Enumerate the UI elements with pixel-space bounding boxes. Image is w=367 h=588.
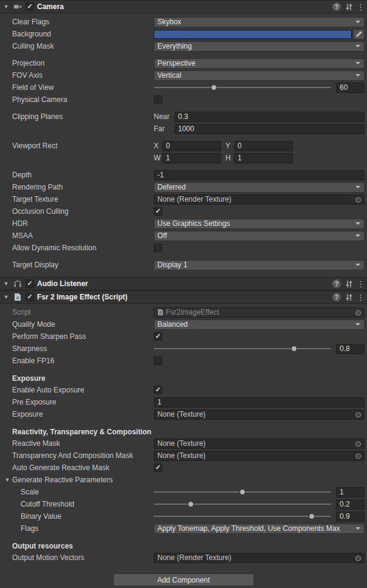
kebab-menu-icon[interactable]: ⋮: [357, 2, 363, 12]
pre-exposure-input[interactable]: 1: [154, 397, 365, 408]
sharpness-slider[interactable]: [154, 344, 331, 354]
viewport-y-input[interactable]: 0: [234, 141, 293, 151]
rendering-path-dropdown[interactable]: Deferred: [154, 182, 365, 193]
camera-component-header[interactable]: ▼ Camera ? ⋮: [0, 0, 367, 13]
row-occlusion-culling: Occlusion Culling: [0, 205, 367, 217]
fsr2-enabled-checkbox[interactable]: [26, 293, 34, 301]
slider-thumb[interactable]: [291, 346, 297, 352]
eyedropper-button[interactable]: [353, 29, 365, 39]
projection-dropdown[interactable]: Perspective: [154, 58, 365, 69]
chevron-down-icon: [355, 45, 360, 47]
camera-enabled-checkbox[interactable]: [26, 2, 34, 11]
field-label: Scale: [0, 488, 154, 496]
help-icon[interactable]: ?: [332, 293, 341, 301]
audio-listener-enabled-checkbox[interactable]: [26, 279, 34, 288]
field-of-view-input[interactable]: 60: [336, 83, 365, 93]
field-label: Quality Mode: [0, 320, 154, 329]
kebab-menu-icon[interactable]: ⋮: [357, 279, 363, 289]
output-motion-vectors-object-field[interactable]: None (Render Texture) ⊙: [154, 553, 365, 563]
object-picker-icon[interactable]: ⊙: [355, 554, 362, 562]
slider-thumb[interactable]: [188, 501, 194, 507]
field-label: Target Display: [0, 261, 154, 269]
row-background: Background: [0, 28, 367, 40]
allow-dynamic-resolution-checkbox[interactable]: [154, 244, 162, 252]
row-projection: Projection Perspective: [0, 57, 367, 69]
object-picker-icon[interactable]: ⊙: [355, 196, 362, 203]
slider-track[interactable]: [154, 87, 331, 88]
chevron-down-icon: [355, 21, 360, 23]
slider-thumb[interactable]: [239, 489, 245, 495]
section-header-output-resources: Output resources: [0, 541, 367, 552]
object-picker-icon[interactable]: ⊙: [355, 309, 362, 316]
field-of-view-slider[interactable]: [154, 83, 331, 92]
target-display-dropdown[interactable]: Display 1: [154, 260, 365, 270]
scale-slider[interactable]: [154, 487, 331, 497]
viewport-h-input[interactable]: 1: [234, 153, 293, 163]
foldout-arrow-icon[interactable]: ▼: [2, 281, 10, 287]
field-label: Viewport Rect: [0, 142, 154, 150]
reactive-mask-object-field[interactable]: None (Texture) ⊙: [154, 439, 365, 449]
target-texture-object-field[interactable]: None (Render Texture) ⊙: [154, 194, 365, 205]
camera-icon: [13, 2, 22, 12]
audio-listener-component-header[interactable]: ▼ Audio Listener ? ⋮: [0, 277, 367, 290]
perform-sharpen-pass-checkbox[interactable]: [154, 332, 162, 341]
slider-track[interactable]: [154, 516, 331, 517]
presets-icon[interactable]: [344, 292, 354, 302]
physical-camera-checkbox[interactable]: [154, 95, 162, 104]
field-label: Culling Mask: [0, 42, 154, 50]
field-label: Enable FP16: [0, 357, 154, 365]
far-input[interactable]: 1000: [174, 124, 365, 134]
kebab-menu-icon[interactable]: ⋮: [357, 293, 363, 302]
field-label: Binary Value: [0, 512, 154, 521]
help-icon[interactable]: ?: [332, 279, 341, 288]
presets-icon[interactable]: [344, 279, 354, 289]
row-enable-fp16: Enable FP16: [0, 355, 367, 367]
slider-track[interactable]: [154, 348, 331, 349]
slider-track[interactable]: [154, 504, 331, 505]
section-header-reactivity: Reactivity, Transparency & Composition: [0, 426, 367, 437]
field-label: Background: [0, 30, 154, 38]
object-picker-icon[interactable]: ⊙: [355, 452, 362, 460]
auto-generate-reactive-mask-checkbox[interactable]: [154, 463, 162, 472]
hdr-dropdown[interactable]: Use Graphics Settings: [154, 219, 365, 229]
depth-input[interactable]: -1: [154, 170, 365, 180]
transparency-mask-object-field[interactable]: None (Texture) ⊙: [154, 451, 365, 461]
background-color-swatch[interactable]: [154, 30, 352, 39]
slider-thumb[interactable]: [309, 513, 315, 519]
near-input[interactable]: 0.3: [174, 112, 365, 122]
cutoff-threshold-input[interactable]: 0.2: [336, 499, 365, 510]
scale-input[interactable]: 1: [336, 487, 365, 497]
sharpness-input[interactable]: 0.8: [336, 344, 365, 354]
clear-flags-dropdown[interactable]: Skybox: [154, 17, 365, 27]
occlusion-culling-checkbox[interactable]: [154, 207, 162, 216]
foldout-arrow-icon[interactable]: ▼: [2, 294, 10, 300]
object-picker-icon[interactable]: ⊙: [355, 440, 362, 448]
h-label: H: [225, 154, 234, 162]
exposure-object-field[interactable]: None (Texture) ⊙: [154, 409, 365, 420]
culling-mask-dropdown[interactable]: Everything: [154, 41, 365, 52]
generate-reactive-parameters-foldout[interactable]: ▼ Generate Reactive Parameters: [0, 476, 112, 484]
add-component-button[interactable]: Add Component: [113, 573, 254, 586]
msaa-dropdown[interactable]: Off: [154, 231, 365, 241]
quality-mode-dropdown[interactable]: Balanced: [154, 320, 365, 330]
flags-dropdown[interactable]: Apply Tonemap, Apply Threshold, Use Comp…: [154, 524, 365, 534]
cutoff-threshold-slider[interactable]: [154, 499, 331, 509]
row-viewport-rect-wh: W 1 H 1: [0, 152, 367, 164]
fov-axis-dropdown[interactable]: Vertical: [154, 70, 365, 81]
field-label: Reactive Mask: [0, 439, 154, 448]
help-icon[interactable]: ?: [332, 2, 341, 11]
object-picker-icon[interactable]: ⊙: [355, 411, 362, 419]
fsr2-component-header[interactable]: ▼ # Fsr 2 Image Effect (Script) ? ⋮: [0, 290, 367, 304]
chevron-down-icon: [355, 527, 360, 530]
binary-value-input[interactable]: 0.9: [336, 511, 365, 522]
slider-thumb[interactable]: [211, 84, 217, 91]
enable-auto-exposure-checkbox[interactable]: [154, 386, 162, 394]
viewport-w-input[interactable]: 1: [162, 153, 221, 163]
dropdown-value: Use Graphics Settings: [157, 219, 353, 228]
viewport-x-input[interactable]: 0: [162, 141, 221, 151]
row-script: Script # Fsr2ImageEffect ⊙: [0, 306, 367, 318]
presets-icon[interactable]: [344, 2, 354, 12]
foldout-arrow-icon[interactable]: ▼: [2, 4, 10, 10]
enable-fp16-checkbox[interactable]: [154, 357, 162, 365]
binary-value-slider[interactable]: [154, 511, 331, 521]
